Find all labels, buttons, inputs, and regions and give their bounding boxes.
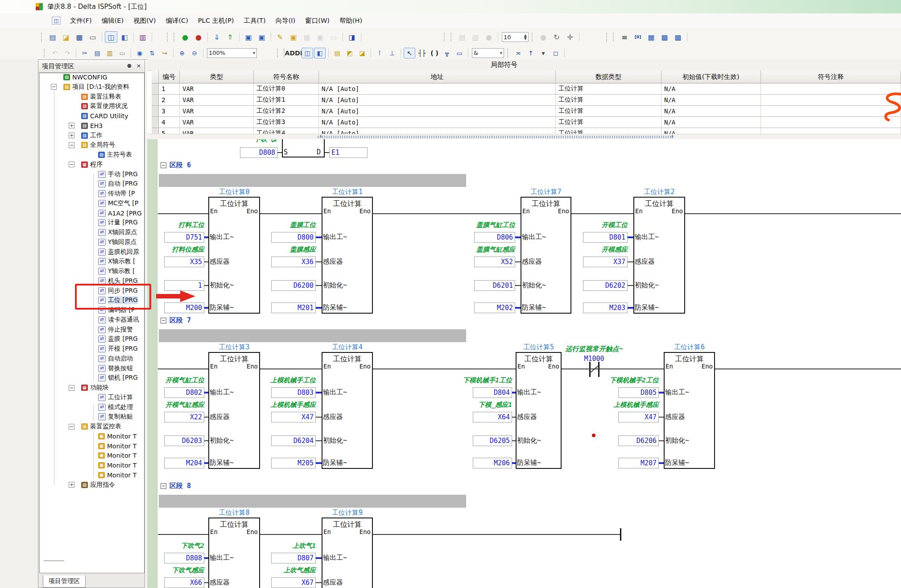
menu-item-e[interactable]: 编辑(E) — [97, 15, 128, 27]
gate-type-combo[interactable]: &▾ — [472, 48, 504, 58]
tree-item[interactable]: ⇄替换按钮 — [40, 364, 143, 373]
dropdown-icon[interactable]: ▾ — [537, 48, 549, 58]
table-cell[interactable]: 5 — [159, 128, 180, 134]
tree-item[interactable]: ⇄Y轴回原点 — [40, 237, 143, 247]
network-collapse-icon[interactable]: − — [161, 162, 166, 168]
stop-plc-icon[interactable]: ● — [192, 31, 205, 43]
network-header-bar[interactable] — [159, 174, 466, 187]
tree-item[interactable]: ⇄停止报警 — [40, 325, 143, 334]
tree-item[interactable]: ⇄盖膜机回原 — [40, 247, 143, 257]
menu-item-plcp[interactable]: PLC 主机(P) — [193, 15, 239, 27]
splitter-collapse-icon[interactable]: ∧ — [319, 134, 322, 138]
tree-item[interactable]: ⇄手动 [PRG — [40, 170, 143, 179]
table-cell[interactable]: 1 — [159, 83, 180, 95]
operand-box[interactable]: M201 — [271, 302, 316, 313]
tree-item[interactable]: ⇄自动 [PRG — [40, 179, 143, 189]
select-cursor-icon[interactable]: ↖ — [404, 48, 415, 58]
view-device-icon[interactable]: ◨ — [346, 31, 358, 43]
splitter-collapse-icon-2[interactable]: ∧ — [671, 134, 674, 138]
operand-box[interactable]: D6206 — [618, 435, 659, 446]
coil-tool-icon[interactable]: ( ) — [429, 48, 440, 58]
output-panel-toggle-icon[interactable]: ◧ — [118, 31, 131, 43]
address-view-icon[interactable]: ADDR — [289, 48, 301, 58]
tree-item[interactable]: ⇄锁机 [PRG — [40, 373, 143, 383]
operand-box[interactable]: X67 — [271, 577, 316, 588]
tree-item[interactable]: ▨主符号表 — [40, 150, 143, 160]
tree-item[interactable]: ▣Monitor T — [40, 441, 143, 451]
table-cell[interactable]: N/A [Auto] — [319, 83, 556, 95]
tree-item[interactable]: ▣Monitor T — [40, 470, 143, 480]
delete-row-icon[interactable]: ▥ — [469, 31, 482, 43]
zoom-dropdown-icon[interactable]: ▾ — [253, 50, 255, 55]
table-cell[interactable]: 工位计算 — [556, 106, 661, 117]
table-cell[interactable]: 工位计算0 — [254, 83, 319, 95]
tree-item[interactable]: ▣Monitor T — [40, 431, 143, 441]
operand-box[interactable]: D805 — [618, 387, 659, 398]
operand-box[interactable]: D808 — [240, 147, 277, 158]
goto-icon[interactable]: ↪ — [159, 48, 170, 58]
bookmark-next-icon[interactable]: ◪ — [356, 48, 368, 58]
wave-view-icon[interactable]: ≡ — [618, 31, 631, 43]
tree-item[interactable]: ▨CARD Utility — [40, 112, 143, 121]
project-panel-toggle-icon[interactable]: ◫ — [105, 31, 117, 43]
table-cell[interactable]: 工位计算 — [556, 128, 661, 134]
operand-box[interactable]: X37 — [583, 257, 628, 267]
network-header-bar[interactable] — [159, 495, 466, 508]
bookmark-prev-icon[interactable]: ◩ — [344, 48, 355, 58]
operand-box[interactable]: D800 — [271, 232, 316, 243]
fb-instance-name[interactable]: 工位计算0 — [195, 188, 273, 196]
operand-box[interactable]: X22 — [164, 412, 204, 422]
cut-icon[interactable]: ✂ — [79, 48, 91, 58]
table-cell[interactable]: N/A — [661, 95, 761, 106]
refresh-icon[interactable]: ↻ — [550, 31, 563, 43]
table-cell[interactable]: VAR — [180, 95, 254, 106]
step-count-spinner[interactable]: 10▲ ▼ — [502, 32, 529, 42]
nc-contact[interactable] — [589, 362, 591, 377]
table-cell[interactable]: 工位计算 — [556, 117, 661, 128]
tree-item[interactable]: ▨装置使用状况 — [40, 102, 143, 111]
tree-item[interactable]: +▨EH3 — [40, 121, 143, 130]
column-header[interactable]: 符号名称 — [254, 70, 319, 83]
menu-item-c[interactable]: 编译(C) — [161, 15, 193, 27]
table-cell[interactable] — [761, 106, 901, 117]
new-file-icon[interactable]: ▤ — [46, 31, 59, 43]
expand-minus-icon[interactable]: − — [69, 385, 74, 391]
tree-item[interactable]: ⇄MC空气 [P — [40, 199, 143, 208]
table-cell[interactable]: 2 — [159, 95, 180, 106]
close-icon[interactable]: ✕ — [135, 62, 142, 70]
branch-tool-icon[interactable]: ╦ — [441, 48, 453, 58]
tree-item[interactable]: +▨应用指令 — [40, 480, 143, 489]
operand-box[interactable]: M202 — [474, 302, 515, 313]
table-cell[interactable]: 工位计算3 — [254, 117, 319, 128]
table-cell[interactable] — [761, 95, 901, 106]
tree-item[interactable]: −▨全局符号 — [40, 141, 143, 150]
row-selector[interactable] — [152, 106, 159, 117]
table-cell[interactable]: 工位计算1 — [254, 95, 319, 106]
paste-icon[interactable]: ▥ — [104, 48, 116, 58]
table-cell[interactable] — [761, 128, 901, 134]
row-selector[interactable] — [152, 83, 159, 95]
operand-box[interactable]: D6200 — [271, 280, 316, 291]
menu-item-h[interactable]: 帮助(H) — [335, 15, 367, 27]
network-collapse-icon[interactable]: − — [161, 318, 166, 323]
table-cell[interactable]: 4 — [159, 117, 180, 128]
table-cell[interactable]: VAR — [180, 128, 254, 134]
tree-item[interactable]: ⇄X轴示教 [ — [40, 257, 143, 266]
tree-item[interactable]: ⇄开模 [PRG — [40, 344, 143, 354]
expand-minus-icon[interactable]: − — [69, 424, 74, 430]
tree-item[interactable]: ⇄复制粘贴 — [40, 412, 143, 422]
tree-item[interactable]: ⇄A1A2 [PRG — [40, 208, 143, 218]
operand-box[interactable]: X35 — [164, 257, 204, 267]
operand-box[interactable]: M207 — [618, 458, 659, 468]
tree-item[interactable]: ⇄自动启动 — [40, 354, 143, 363]
menu-item-t[interactable]: 工具(T) — [239, 15, 270, 27]
tree-item[interactable]: −▦程序 — [40, 160, 143, 169]
table-cell[interactable]: N/A — [661, 106, 761, 117]
tree-item[interactable]: ⇄X轴回原点 — [40, 228, 143, 237]
operand-box[interactable]: M204 — [164, 458, 204, 468]
table-cell[interactable]: VAR — [180, 117, 254, 128]
tree-item[interactable]: ⇄传动带 [P — [40, 189, 143, 199]
project-panel-tab[interactable]: 项目管理区 — [43, 576, 86, 588]
sim-monitor-icon[interactable]: ▣ — [314, 31, 327, 43]
menu-item-w[interactable]: 窗口(W) — [300, 15, 335, 27]
